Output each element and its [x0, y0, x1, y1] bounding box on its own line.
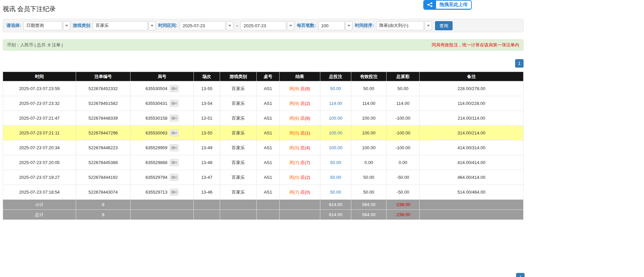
video-camera-icon — [171, 101, 177, 106]
cell-remark: 114.00/228.00 — [420, 96, 524, 111]
cell-result: 闲(9) 庄(2) — [280, 96, 320, 111]
query-type-select[interactable]: 日期查询 — [23, 21, 70, 30]
chevron-down-icon[interactable] — [287, 21, 294, 30]
total-bet-link[interactable]: 50.00 — [330, 86, 341, 91]
total-bet-link[interactable]: 114.00 — [329, 101, 342, 106]
result-banker: 庄(8) — [300, 116, 310, 121]
cell-remark: 414.00/314.00 — [420, 141, 524, 155]
subtotal-row: 小计 8 614.00 564.00 -236.00 — [3, 200, 524, 210]
cell-result: 闲(0) 庄(2) — [280, 170, 320, 185]
cell-bet-id: 522678447296 — [76, 126, 131, 141]
chevron-down-icon[interactable] — [345, 21, 353, 30]
cell-total-bet: 100.00 — [320, 111, 351, 126]
cell-payout: 0.00 — [387, 155, 420, 170]
cell-result: 闲(5) 庄(4) — [280, 141, 320, 155]
cell-round: 635530431 — [131, 96, 194, 111]
table-row: 2025-07-23 07:23:32522678451582635530431… — [3, 96, 524, 111]
cell-total-bet: 114.00 — [320, 96, 351, 111]
pagination-page-1-bottom[interactable]: 1 — [516, 273, 525, 277]
video-camera-icon — [171, 190, 177, 194]
cell-table-no: AS1 — [257, 155, 280, 170]
chevron-down-icon[interactable] — [226, 21, 234, 30]
total-bet-link[interactable]: 50.00 — [330, 160, 341, 165]
cell-game: 百家乐 — [220, 155, 257, 170]
query-type-value: 日期查询 — [23, 21, 62, 30]
video-replay-button[interactable] — [170, 144, 179, 151]
result-player: 闲(6) — [289, 116, 299, 121]
result-banker: 庄(7) — [300, 160, 310, 165]
cell-round: 635529713 — [131, 185, 194, 200]
total-bet-link[interactable]: 50.00 — [330, 190, 341, 195]
page-size-select[interactable]: 100 — [318, 21, 353, 30]
cell-bet-id: 522678448339 — [76, 111, 131, 126]
table-row: 2025-07-23 07:23:59522678452332635530504… — [3, 81, 524, 96]
video-replay-button[interactable] — [170, 85, 179, 92]
total-bet-link[interactable]: 100.00 — [329, 130, 343, 135]
main-content: 视讯 会员下注纪录 请选择: 日期查询 游戏类别 百家乐 时间区间: 2025-… — [3, 5, 524, 220]
cell-payout: -50.00 — [387, 170, 420, 185]
cell-game: 百家乐 — [220, 81, 257, 96]
table-row: 2025-07-23 07:19:27522678444192635529794… — [3, 170, 524, 185]
total-bet-link[interactable]: 100.00 — [329, 145, 343, 150]
chevron-down-icon[interactable] — [63, 21, 70, 30]
pagination-bottom: 1 — [516, 273, 525, 277]
sort-order-value: 降幂(由大到小) — [376, 21, 424, 30]
video-replay-button[interactable] — [170, 100, 179, 107]
pagination-page-1[interactable]: 1 — [515, 59, 524, 68]
date-to-value: 2025-07-23 — [241, 21, 286, 30]
result-banker: 庄(1) — [300, 130, 310, 135]
cell-session: 13-55 — [194, 81, 220, 96]
chevron-down-icon[interactable] — [148, 21, 156, 30]
upload-label: 拖拽至此上传 — [436, 1, 471, 9]
search-button[interactable]: 查询 — [435, 21, 453, 30]
table-row: 2025-07-23 07:18:54522678443074635529713… — [3, 185, 524, 200]
cell-remark: 228.00/278.00 — [420, 81, 524, 96]
cell-round: 635530063 — [131, 126, 194, 141]
video-replay-button[interactable] — [170, 174, 179, 181]
cell-remark: 514.00/464.00 — [420, 185, 524, 200]
total-total-bet: 614.00 — [320, 210, 351, 220]
summary-warning-text: 同局有效投注，统一计算在该局第一张注单内 — [432, 42, 519, 48]
video-replay-button[interactable] — [170, 159, 179, 166]
cell-session: 13-48 — [194, 155, 220, 170]
video-replay-button[interactable] — [170, 129, 179, 136]
date-from-picker[interactable]: 2025-07-23 — [180, 21, 234, 30]
cell-total-bet: 50.00 — [320, 170, 351, 185]
result-player: 闲(5) — [289, 130, 299, 135]
table-row: 2025-07-23 07:21:11522678447296635530063… — [3, 126, 524, 141]
video-replay-button[interactable] — [170, 115, 179, 122]
round-number: 635530431 — [145, 101, 167, 106]
cell-time: 2025-07-23 07:19:27 — [3, 170, 76, 185]
result-banker: 庄(8) — [300, 86, 310, 91]
cell-remark: 214.00/114.00 — [420, 111, 524, 126]
cell-payout: 114.00 — [387, 96, 420, 111]
cell-round: 635530504 — [131, 81, 194, 96]
sort-order-select[interactable]: 降幂(由大到小) — [376, 21, 432, 30]
cell-session: 13-50 — [194, 126, 220, 141]
subtotal-total-bet: 614.00 — [320, 200, 351, 210]
game-category-select[interactable]: 百家乐 — [93, 21, 156, 30]
total-bet-link[interactable]: 50.00 — [330, 175, 341, 180]
cell-payout: -100.00 — [387, 126, 420, 141]
date-to-picker[interactable]: 2025-07-23 — [241, 21, 294, 30]
date-from-value: 2025-07-23 — [180, 21, 225, 30]
video-replay-button[interactable] — [170, 189, 179, 196]
cell-valid-bet: 100.00 — [351, 111, 387, 126]
cell-bet-id: 522678452332 — [76, 81, 131, 96]
cell-session: 13-51 — [194, 111, 220, 126]
total-bet-link[interactable]: 100.00 — [329, 116, 343, 121]
upload-dropzone[interactable]: 拖拽至此上传 — [423, 0, 472, 10]
column-header: 备注 — [420, 72, 524, 81]
summary-currency-count: 币别：人民币 | 总共 :8 注单 | — [7, 42, 63, 48]
cell-round: 635529959 — [131, 141, 194, 155]
chevron-down-icon[interactable] — [425, 21, 432, 30]
cell-time: 2025-07-23 07:20:34 — [3, 141, 76, 155]
round-number: 635529888 — [145, 160, 167, 165]
cell-payout: -100.00 — [387, 141, 420, 155]
cell-bet-id: 522678443074 — [76, 185, 131, 200]
total-count: 8 — [76, 210, 131, 220]
column-header: 总投注 — [320, 72, 351, 81]
subtotal-label: 小计 — [3, 200, 76, 210]
game-category-value: 百家乐 — [93, 21, 148, 30]
video-camera-icon — [171, 160, 177, 165]
